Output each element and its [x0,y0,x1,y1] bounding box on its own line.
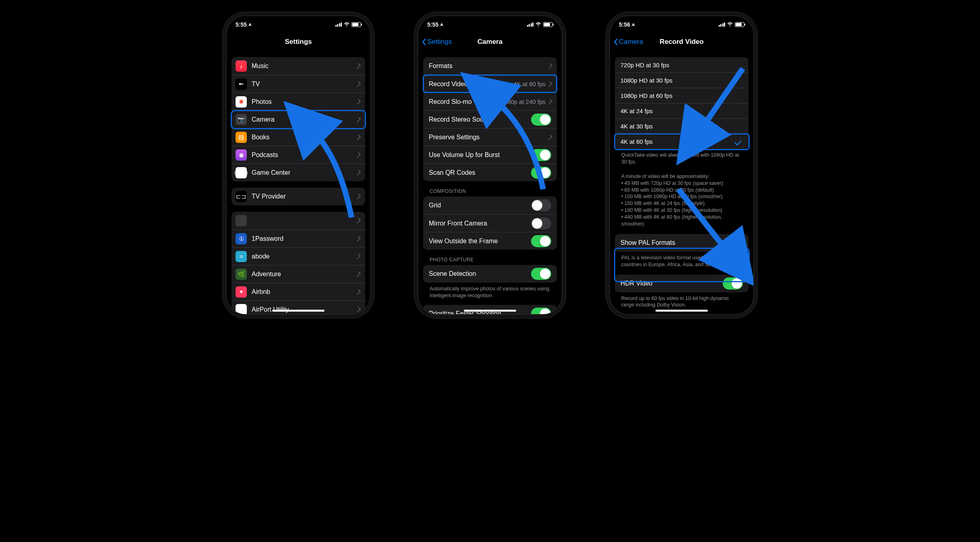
nav-bar: Camera Record Video [610,33,753,51]
settings-row-books[interactable]: ▤Books [232,128,365,146]
phone-camera-settings: 5:55 Settings Camera FormatsRecord Video… [418,16,562,314]
back-button[interactable]: Camera [613,38,643,46]
notch [458,16,522,27]
resolution-option[interactable]: 720p HD at 30 fps [615,57,748,72]
phone-record-video: 5:56 Camera Record Video 720p HD at 30 f… [610,16,753,314]
app-icon: ✱ [236,96,247,108]
option-label: 1080p HD at 30 fps [620,77,743,84]
option-label: 4K at 24 fps [620,108,743,114]
row-label: 1Password [252,235,356,242]
app-icon [236,215,247,226]
setting-row-preserve-settings[interactable]: Preserve Settings [423,128,557,146]
setting-row-record-stereo-sound[interactable]: Record Stereo Sound [423,110,557,128]
back-label: Camera [619,38,643,46]
resolution-option[interactable]: 1080p HD at 30 fps [615,72,748,88]
toggle[interactable] [723,277,743,290]
resolution-option[interactable]: 4K at 60 fps [615,134,748,149]
setting-row-use-volume-up-for-burst[interactable]: Use Volume Up for Burst [423,146,557,163]
settings-row-game-center[interactable]: ◯◯Game Center [232,163,365,181]
settings-row-music[interactable]: ♪Music [232,57,365,75]
app-icon: ◯◯ [236,167,247,178]
resolution-option[interactable]: 4K at 24 fps [615,103,748,118]
setting-row-scan-qr-codes[interactable]: Scan QR Codes [423,163,557,181]
row-label: HDR Video [620,280,723,287]
settings-row-adventure[interactable]: 🌿Adventure [232,265,365,283]
app-icon: ◉ [236,149,247,161]
back-label: Settings [427,38,452,46]
toggle[interactable] [531,199,551,211]
chevron-right-icon [547,81,552,87]
section-header: COMPOSITION [423,181,557,197]
notch [649,16,714,27]
toggle[interactable] [531,308,551,314]
setting-row-record-video[interactable]: Record Video4K at 60 fps [423,75,557,93]
cellular-icon [527,23,534,27]
setting-row-scene-detection[interactable]: Scene Detection [423,265,557,283]
battery-icon [735,22,744,27]
row-value: 1080p at 240 fps [500,98,546,105]
toggle[interactable] [531,217,551,230]
row-label: Podcasts [252,151,356,159]
row-label: Preserve Settings [429,134,548,141]
setting-row-view-outside-the-frame[interactable]: View Outside the Frame [423,232,557,250]
setting-row-show-pal-formats[interactable]: Show PAL Formats [615,234,748,252]
settings-row-camera[interactable]: 📷Camera [232,110,365,128]
chevron-right-icon [547,99,552,104]
cellular-icon [335,23,342,27]
setting-row-grid[interactable]: Grid [423,197,557,214]
home-indicator[interactable] [464,310,516,312]
settings-row-1password[interactable]: ①1Password [232,230,365,247]
resolution-option[interactable]: 1080p HD at 60 fps [615,88,748,103]
app-icon: ① [236,233,247,244]
back-button[interactable]: Settings [422,38,452,46]
notch [266,16,331,27]
row-label: Camera [252,116,356,123]
settings-row-tv[interactable]: ■tvTV [232,75,365,93]
row-label: abode [252,253,356,260]
footer-hdr: Record up to 60 fps video in 10-bit high… [615,292,748,310]
toggle[interactable] [531,268,551,280]
toggle[interactable] [531,235,551,247]
row-label: Show PAL Formats [620,239,723,246]
footer-quicktake: QuickTake video will always record with … [615,149,748,166]
toggle[interactable] [531,167,551,179]
section-footer: Automatically improve photos of various … [423,283,557,300]
settings-row-photos[interactable]: ✱Photos [232,93,365,110]
page-title: Camera [478,38,502,46]
app-icon: ✦ [236,286,247,298]
status-time: 5:55 [427,21,438,28]
home-indicator[interactable] [272,310,325,312]
app-icon: 📷 [236,114,247,125]
toggle[interactable] [723,237,743,249]
settings-list[interactable]: ♪Music■tvTV✱Photos📷Camera▤Books◉Podcasts… [227,51,370,314]
status-time: 5:55 [236,21,247,28]
row-label: Record Slo-mo [429,98,500,106]
settings-row-podcasts[interactable]: ◉Podcasts [232,146,365,163]
setting-row-hdr-video[interactable]: HDR Video [615,275,748,292]
row-label: Books [252,134,356,141]
row-label: TV [252,81,356,88]
settings-row-airbnb[interactable]: ✦Airbnb [232,283,365,300]
record-video-list[interactable]: 720p HD at 30 fps1080p HD at 30 fps1080p… [610,51,753,314]
settings-row-tv-provider[interactable]: ⊏⊐TV Provider [232,188,365,205]
setting-row-mirror-front-camera[interactable]: Mirror Front Camera [423,214,557,232]
resolution-option[interactable]: 4K at 30 fps [615,118,748,134]
wifi-icon [344,22,349,27]
camera-settings-list[interactable]: FormatsRecord Video4K at 60 fpsRecord Sl… [418,51,562,314]
setting-row-record-slo-mo[interactable]: Record Slo-mo1080p at 240 fps [423,93,557,110]
row-value: 4K at 60 fps [513,81,546,87]
footer-sizes: A minute of video will be approximately:… [615,170,748,228]
row-label: Scene Detection [429,270,531,277]
nav-bar: Settings [227,33,370,51]
row-label: Music [252,62,356,70]
toggle[interactable] [531,114,551,126]
settings-row-airport-utility[interactable]: ⌔AirPort Utility [232,300,365,314]
home-indicator[interactable] [655,310,708,312]
settings-row-blank[interactable] [232,212,365,230]
toggle[interactable] [531,149,551,161]
chevron-left-icon [613,38,618,46]
battery-icon [543,22,553,27]
setting-row-formats[interactable]: Formats [423,57,557,75]
row-label: Grid [429,202,531,209]
settings-row-abode[interactable]: ≈abode [232,247,365,265]
